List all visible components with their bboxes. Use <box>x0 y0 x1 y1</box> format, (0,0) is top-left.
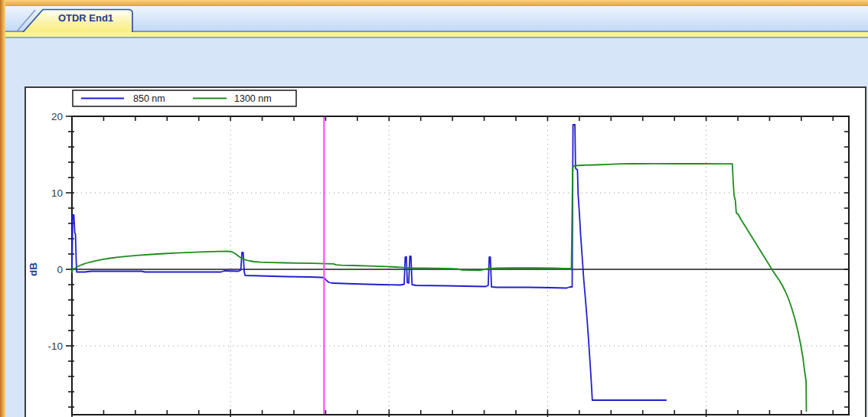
svg-text:-10: -10 <box>47 340 63 352</box>
content-panel: 010020030040020100-10 850 nm 1300 nm dB … <box>5 38 868 417</box>
svg-text:20: 20 <box>51 111 63 122</box>
svg-text:10: 10 <box>51 187 63 199</box>
y-axis-title: dB <box>28 262 39 276</box>
traces <box>72 125 807 412</box>
tab-label[interactable]: OTDR End1 <box>40 12 132 24</box>
plot-frame <box>72 116 849 415</box>
axis-ticks <box>66 116 849 417</box>
window-frame-left <box>0 0 5 417</box>
otdr-chart-area[interactable]: 010020030040020100-10 850 nm 1300 nm dB … <box>24 86 866 417</box>
otdr-plot[interactable]: 010020030040020100-10 850 nm 1300 nm dB … <box>26 88 865 417</box>
gridlines <box>72 116 849 415</box>
tick-labels: 010020030040020100-10 <box>47 111 714 417</box>
svg-text:0: 0 <box>57 264 63 275</box>
window-frame-top <box>0 0 868 6</box>
legend: 850 nm 1300 nm <box>73 90 296 106</box>
legend-label-1300: 1300 nm <box>234 93 272 104</box>
legend-label-850: 850 nm <box>133 93 165 104</box>
